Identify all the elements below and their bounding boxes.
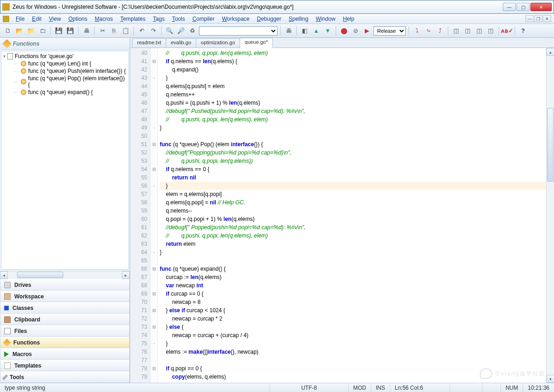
fold-gutter[interactable]: ⊟--⊟⊟--⊟⊟⊟⊟-⊟ — [151, 48, 158, 383]
panel-clipboard[interactable]: Clipboard — [0, 314, 130, 325]
toggle-breakpoint-button[interactable]: ⬤ — [339, 26, 349, 36]
code-line[interactable]: } else if curcap < 1024 { — [160, 306, 546, 315]
close-button[interactable]: ✕ — [530, 3, 552, 11]
scroll-right-button[interactable]: ▸ — [122, 271, 130, 279]
menu-compiler[interactable]: Compiler — [189, 15, 218, 23]
code-line[interactable]: curcap := len(q.elems) — [160, 273, 546, 281]
menu-help[interactable]: Help — [339, 15, 358, 23]
fold-marker[interactable] — [151, 198, 157, 207]
print-button[interactable]: 🖶 — [81, 26, 91, 36]
find-button[interactable]: 🔍 — [164, 26, 175, 36]
code-line[interactable]: q.pushi = (q.pushi + 1) % len(q.elems) — [160, 99, 546, 107]
fold-marker[interactable] — [151, 315, 157, 323]
save-button[interactable]: 💾 — [54, 26, 64, 36]
menu-options[interactable]: Options — [65, 15, 91, 23]
help-button[interactable]: ? — [518, 26, 528, 36]
menu-macros[interactable]: Macros — [91, 15, 116, 23]
fold-marker[interactable]: ⊟ — [151, 290, 157, 298]
new-file-button[interactable]: 🗋 — [3, 26, 13, 36]
panel-classes[interactable]: Classes — [0, 302, 130, 314]
code-line[interactable] — [160, 256, 546, 265]
fold-marker[interactable]: ⊟ — [151, 265, 157, 273]
tab-evalibgo[interactable]: evalib.go — [166, 38, 196, 48]
code-line[interactable]: if q.nelems == 0 { — [160, 165, 546, 173]
fold-marker[interactable] — [151, 90, 157, 99]
code-line[interactable]: // q.pushi, q.popi, len(q.elems), elem) — [160, 115, 546, 124]
tab-queuego[interactable]: queue.go* — [240, 38, 273, 48]
fold-marker[interactable]: - — [151, 182, 157, 190]
copy-button[interactable]: ⎘ — [109, 26, 119, 36]
code-line[interactable]: func (q *queue) expand() { — [160, 265, 546, 273]
tool-c-button[interactable]: ◫ — [474, 26, 484, 36]
nav-down-button[interactable]: ▼ — [323, 26, 333, 36]
menu-file[interactable]: File — [12, 15, 28, 23]
fold-marker[interactable] — [151, 298, 157, 306]
scroll-left-button[interactable]: ◂ — [0, 271, 8, 279]
fold-marker[interactable]: ⊟ — [151, 57, 157, 65]
code-line[interactable]: if q.nelems == len(q.elems) { — [160, 57, 546, 65]
fold-marker[interactable] — [151, 190, 157, 198]
tab-readmetxt[interactable]: readme.txt — [132, 38, 166, 48]
fold-marker[interactable]: ⊟ — [151, 306, 157, 315]
fold-marker[interactable] — [151, 99, 157, 107]
panel-functions[interactable]: Functions — [0, 337, 130, 348]
tool-b-button[interactable]: ◫ — [463, 26, 473, 36]
fold-marker[interactable] — [151, 173, 157, 182]
fold-marker[interactable] — [151, 148, 157, 157]
tree-function-item[interactable]: func (q *queue) Pop() (elem interface{})… — [3, 75, 126, 88]
menu-tools[interactable]: Tools — [169, 15, 189, 23]
tree-root[interactable]: Functions for 'queue.go' — [3, 53, 126, 59]
code-line[interactable]: // q.pushi, q.popi, len(q.elems), elem) — [160, 232, 546, 240]
code-line[interactable]: elems := make([]interface{}, newcap) — [160, 348, 546, 356]
fold-marker[interactable] — [151, 348, 157, 356]
fold-marker[interactable]: - — [151, 124, 157, 132]
menu-tags[interactable]: Tags — [149, 15, 168, 23]
code-line[interactable]: } — [160, 248, 546, 256]
tree-function-item[interactable]: func (q *queue) expand() { — [3, 89, 126, 95]
code-line[interactable]: newcap = 8 — [160, 298, 546, 306]
undo-button[interactable]: ↶ — [137, 26, 147, 36]
panel-templates[interactable]: Templates — [0, 360, 130, 371]
panel-drives[interactable]: Drives — [0, 279, 130, 291]
fold-marker[interactable] — [151, 273, 157, 281]
open-project-button[interactable]: 🗀 — [37, 26, 48, 36]
mdi-minimize-button[interactable]: — — [525, 15, 534, 22]
code-line[interactable]: } — [160, 339, 546, 348]
code-line[interactable]: q.popi = (q.popi + 1) % len(q.elems) — [160, 215, 546, 223]
code-line[interactable]: } — [160, 74, 546, 82]
fold-marker[interactable] — [151, 281, 157, 290]
fold-marker[interactable] — [151, 157, 157, 165]
fold-marker[interactable]: - — [151, 339, 157, 348]
fold-marker[interactable] — [151, 256, 157, 265]
code-line[interactable]: var newcap int — [160, 281, 546, 290]
fold-marker[interactable]: - — [151, 248, 157, 256]
code-line[interactable]: return elem — [160, 240, 546, 248]
tool-a-button[interactable]: ◫ — [451, 26, 461, 36]
menu-templates[interactable]: Templates — [117, 15, 150, 23]
mdi-close-button[interactable]: ✕ — [543, 15, 551, 22]
step-into-button[interactable]: ⤷ — [423, 26, 434, 36]
code-line[interactable]: return nil — [160, 173, 546, 182]
run-button[interactable]: ▶ — [362, 26, 372, 36]
open-file-button[interactable]: 📂 — [14, 26, 24, 36]
code-line[interactable]: newcap = curcap + (curcap / 4) — [160, 331, 546, 339]
fold-marker[interactable]: - — [151, 74, 157, 82]
code-line[interactable]: if q.popi == 0 { — [160, 364, 546, 373]
code-line[interactable]: //debugf("Popping(pushi=%d popi=%d cap=%… — [160, 148, 546, 157]
code-line[interactable]: q.elems[q.popi] = nil // Help GC. — [160, 198, 546, 207]
nav-up-button[interactable]: ▲ — [311, 26, 321, 36]
scroll-thumb[interactable] — [17, 272, 63, 278]
menu-view[interactable]: View — [45, 15, 65, 23]
tree-function-item[interactable]: func (q *queue) Push(elem interface{}) { — [3, 68, 126, 74]
fold-marker[interactable] — [151, 82, 157, 90]
fold-marker[interactable] — [151, 132, 157, 140]
code-line[interactable]: q.nelems-- — [160, 207, 546, 215]
fold-marker[interactable] — [151, 232, 157, 240]
fold-marker[interactable]: ⊟ — [151, 140, 157, 148]
code-line[interactable]: newcap = curcap * 2 — [160, 315, 546, 323]
code-line[interactable]: q.elems[q.pushi] = elem — [160, 82, 546, 90]
open-folder-button[interactable]: 📁 — [26, 26, 36, 36]
fold-marker[interactable] — [151, 223, 157, 232]
mdi-app-icon[interactable] — [3, 16, 9, 22]
fold-marker[interactable] — [151, 115, 157, 124]
